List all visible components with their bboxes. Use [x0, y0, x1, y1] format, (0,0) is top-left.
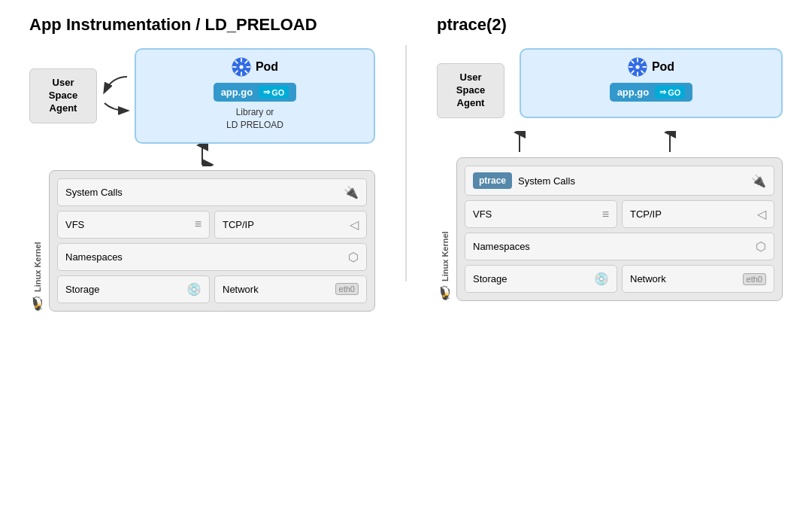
left-pod-header: Pod	[232, 57, 278, 77]
right-syscalls-cell: ptrace System Calls 🔌	[465, 166, 774, 196]
left-syscalls-row: System Calls 🔌	[57, 178, 367, 206]
right-cube-icon: ⬡	[756, 239, 766, 254]
right-user-space-agent: User SpaceAgent	[437, 63, 504, 118]
right-share-icon: ◁	[757, 207, 766, 221]
left-tux: 🐧	[29, 295, 46, 312]
right-top-section: User SpaceAgent	[437, 48, 783, 131]
right-vertical-arrows	[437, 131, 783, 154]
left-tcpip-cell: TCP/IP ◁	[214, 211, 367, 239]
left-stack-icon: ≡	[195, 217, 201, 231]
right-kernel-wrapper: 🐧 Linux Kernel ptrace System Calls 🔌	[437, 157, 783, 301]
right-storage-network-row: Storage 💿 Network eth0	[465, 265, 774, 293]
left-kernel-wrapper: 🐧 Linux Kernel System Calls 🔌 VFS ≡	[29, 170, 375, 312]
left-user-space-agent: User SpaceAgent	[29, 68, 97, 123]
right-vfs-tcpip-row: VFS ≡ TCP/IP ◁	[465, 200, 774, 228]
svg-point-12	[635, 65, 639, 68]
left-share-icon: ◁	[350, 217, 359, 232]
left-title: App Instrumentation / LD_PRELOAD	[29, 15, 317, 35]
left-library-text: Library orLD PRELOAD	[226, 106, 283, 132]
right-eth-icon: eth0	[743, 273, 766, 285]
right-plugin-icon: 🔌	[751, 174, 766, 188]
svg-point-1	[239, 65, 243, 68]
left-kernel-label: 🐧 Linux Kernel	[29, 170, 46, 312]
k8s-icon-right	[628, 57, 647, 77]
right-pod: Pod app.go ⇒ GO	[520, 48, 783, 118]
right-pod-header: Pod	[628, 57, 674, 77]
left-pod: Pod app.go ⇒ GO Library orLD PRELOAD	[135, 48, 375, 144]
right-kernel-box: ptrace System Calls 🔌 VFS ≡ TCP/IP ◁	[456, 157, 783, 301]
left-namespaces-cell: Namespaces ⬡	[57, 243, 367, 271]
right-diagram: ptrace(2) User SpaceAgent	[437, 15, 783, 301]
left-network-cell: Network eth0	[214, 275, 367, 303]
left-go-logo: ⇒ GO	[259, 86, 289, 99]
right-title: ptrace(2)	[437, 15, 507, 35]
right-pod-label: Pod	[652, 60, 674, 74]
left-diagram: App Instrumentation / LD_PRELOAD User Sp…	[29, 15, 375, 312]
left-eth-icon: eth0	[335, 283, 359, 295]
right-tcpip-cell: TCP/IP ◁	[622, 200, 774, 228]
right-app-file: app.go	[617, 87, 650, 98]
diagrams-container: App Instrumentation / LD_PRELOAD User Sp…	[23, 15, 789, 312]
left-app-file: app.go	[221, 87, 253, 98]
left-pod-label: Pod	[256, 60, 278, 74]
right-stack-icon: ≡	[602, 208, 609, 221]
left-cube-icon: ⬡	[348, 250, 359, 264]
center-divider	[405, 45, 407, 281]
right-ptrace-badge: ptrace	[473, 172, 512, 189]
left-syscalls-cell: System Calls 🔌	[57, 178, 367, 206]
left-namespaces-row: Namespaces ⬡	[57, 243, 367, 271]
right-namespaces-row: Namespaces ⬡	[465, 233, 774, 260]
left-storage-cell: Storage 💿	[57, 275, 210, 303]
right-storage-cell: Storage 💿	[465, 265, 617, 293]
right-network-cell: Network eth0	[622, 265, 774, 293]
left-vfs-cell: VFS ≡	[57, 211, 210, 239]
left-app-bar: app.go ⇒ GO	[214, 83, 297, 102]
right-go-logo: ⇒ GO	[655, 86, 685, 99]
left-top-section: User SpaceAgent	[29, 48, 375, 144]
right-kernel-label: 🐧 Linux Kernel	[437, 157, 453, 301]
left-kernel-box: System Calls 🔌 VFS ≡ TCP/IP ◁	[49, 170, 375, 312]
left-plugin-icon: 🔌	[344, 185, 359, 199]
right-vfs-cell: VFS ≡	[465, 200, 617, 228]
k8s-icon-left	[232, 57, 251, 77]
right-namespaces-cell: Namespaces ⬡	[465, 233, 774, 260]
right-disk-icon: 💿	[594, 272, 609, 286]
right-tux: 🐧	[437, 284, 453, 301]
left-vertical-arrow	[191, 144, 214, 166]
right-syscalls-row: ptrace System Calls 🔌	[465, 166, 774, 196]
left-storage-network-row: Storage 💿 Network eth0	[57, 275, 367, 303]
left-vfs-tcpip-row: VFS ≡ TCP/IP ◁	[57, 211, 367, 239]
right-app-bar: app.go ⇒ GO	[610, 83, 693, 102]
left-disk-icon: 💿	[186, 282, 201, 297]
left-arrows-svg	[97, 65, 135, 126]
